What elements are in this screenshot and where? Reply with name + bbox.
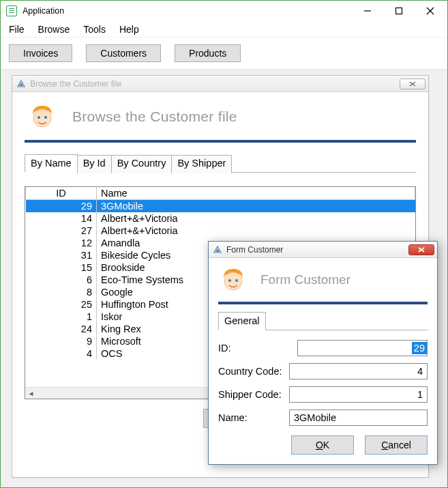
svg-rect-1 — [396, 8, 402, 14]
cell-id: 29 — [26, 200, 97, 213]
products-button[interactable]: Products — [175, 44, 241, 62]
invoices-button[interactable]: Invoices — [9, 44, 72, 62]
person-icon — [220, 266, 247, 293]
cell-id: 14 — [26, 212, 97, 225]
browse-title-bar[interactable]: Browse the Customer file — [12, 76, 428, 92]
main-title-bar: Application — [1, 1, 447, 21]
form-heading: Form Customer — [260, 272, 350, 287]
cell-name: Albert+&+Victoria — [97, 225, 415, 237]
triangle-icon — [213, 245, 222, 255]
col-id[interactable]: ID — [26, 187, 97, 200]
form-title-bar[interactable]: Form Customer — [209, 242, 437, 258]
cell-id: 4 — [26, 347, 97, 360]
cell-id: 24 — [26, 323, 97, 335]
cell-id: 31 — [26, 249, 97, 261]
window-title: Application — [23, 6, 64, 16]
cell-id: 6 — [26, 274, 97, 286]
cancel-button[interactable]: Cancel — [365, 435, 428, 455]
cell-id: 9 — [26, 335, 97, 347]
person-icon — [29, 103, 56, 130]
customers-button[interactable]: Customers — [86, 44, 161, 62]
menu-help[interactable]: Help — [114, 23, 145, 36]
table-row[interactable]: 293GMobile — [26, 200, 415, 213]
menu-file[interactable]: File — [3, 23, 30, 36]
svg-point-7 — [38, 116, 40, 119]
shipper-field[interactable] — [289, 386, 428, 403]
cell-id: 15 — [26, 261, 97, 274]
browse-close-button[interactable] — [400, 78, 425, 89]
browse-heading: Browse the Customer file — [72, 109, 237, 125]
ok-button[interactable]: OK — [291, 435, 354, 455]
name-field[interactable] — [289, 410, 428, 426]
form-customer-window: Form Customer Form Customer General — [208, 241, 438, 465]
tab-by-id[interactable]: By Id — [77, 155, 112, 173]
table-row[interactable]: 14Albert+&+Victoria — [26, 212, 415, 225]
cell-id: 25 — [26, 298, 97, 311]
tool-bar: Invoices Customers Products — [1, 38, 447, 70]
tab-by-shipper[interactable]: By Shipper — [171, 155, 232, 173]
form-close-button[interactable] — [408, 244, 434, 255]
accent-bar — [218, 302, 428, 304]
browse-window-title: Browse the Customer file — [30, 79, 121, 89]
label-id: ID: — [218, 343, 297, 354]
label-name: Name: — [218, 412, 289, 423]
menu-browse[interactable]: Browse — [33, 23, 76, 36]
country-field[interactable] — [289, 363, 428, 379]
triangle-icon — [16, 79, 26, 89]
accent-bar — [25, 140, 416, 143]
label-country: Country Code: — [218, 366, 289, 377]
maximize-button[interactable] — [383, 1, 415, 21]
close-button[interactable] — [415, 1, 446, 21]
client-area: Browse the Customer file Browse the Cust… — [1, 70, 447, 487]
col-name[interactable]: Name — [97, 187, 415, 200]
cell-name: 3GMobile — [97, 200, 415, 213]
id-field[interactable]: 29 — [297, 340, 428, 356]
cell-id: 8 — [26, 286, 97, 298]
scroll-left-icon[interactable]: ◄ — [25, 388, 37, 399]
window-controls — [352, 1, 446, 21]
tab-by-country[interactable]: By Country — [111, 155, 173, 173]
menu-tools[interactable]: Tools — [78, 23, 111, 36]
tab-by-name[interactable]: By Name — [25, 154, 78, 173]
menu-bar: File Browse Tools Help — [1, 21, 447, 38]
main-window: Application File Browse Tools Help Invoi… — [0, 0, 448, 488]
form-window-title: Form Customer — [226, 245, 283, 255]
svg-point-8 — [44, 116, 47, 119]
browse-tabs: By Name By Id By Country By Shipper — [25, 154, 416, 173]
cell-id: 1 — [26, 311, 97, 323]
svg-point-12 — [228, 279, 231, 282]
label-shipper: Shipper Code: — [218, 389, 289, 400]
cell-id: 12 — [26, 237, 97, 249]
cell-name: Albert+&+Victoria — [97, 212, 415, 225]
cell-id: 27 — [26, 225, 97, 237]
minimize-button[interactable] — [352, 1, 383, 21]
table-row[interactable]: 27Albert+&+Victoria — [26, 225, 415, 237]
svg-point-13 — [235, 279, 238, 282]
app-icon — [6, 5, 17, 16]
tab-general[interactable]: General — [218, 312, 266, 330]
